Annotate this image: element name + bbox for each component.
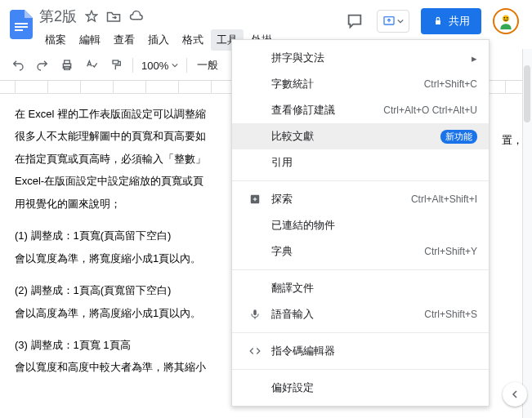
share-button[interactable]: 共用: [421, 8, 481, 34]
menu-item-label: 拼字與文法: [271, 51, 472, 65]
scrollbar[interactable]: [522, 49, 532, 418]
menu-item-比較文獻[interactable]: 比較文獻新功能: [232, 123, 489, 149]
svg-rect-13: [253, 309, 257, 315]
zoom-select[interactable]: 100%: [138, 60, 181, 72]
share-label: 共用: [449, 14, 470, 29]
menu-shortcut: Ctrl+Alt+O Ctrl+Alt+U: [383, 104, 477, 116]
menu-item-字數統計[interactable]: 字數統計Ctrl+Shift+C: [232, 71, 489, 97]
menu-shortcut: Ctrl+Alt+Shift+I: [411, 193, 477, 205]
menu-shortcut: Ctrl+Shift+Y: [424, 246, 477, 257]
menu-item-語音輸入[interactable]: 語音輸入Ctrl+Shift+S: [232, 301, 489, 327]
scrollbar-thumb[interactable]: [524, 65, 530, 122]
svg-rect-9: [65, 60, 70, 64]
spellcheck-button[interactable]: [80, 54, 103, 77]
menu-shortcut: Ctrl+Shift+S: [424, 309, 477, 320]
menu-item-label: 指令碼編輯器: [271, 344, 477, 358]
new-badge: 新功能: [440, 130, 477, 144]
menu-item-label: 翻譯文件: [271, 281, 477, 296]
comments-icon[interactable]: [344, 11, 365, 32]
redo-button[interactable]: [31, 54, 54, 77]
paint-format-button[interactable]: [105, 54, 127, 77]
menu-編輯[interactable]: 編輯: [74, 29, 106, 51]
menu-shortcut: Ctrl+Shift+C: [424, 78, 477, 90]
submenu-arrow-icon: ▸: [472, 52, 477, 64]
present-button[interactable]: [377, 10, 409, 33]
menu-格式[interactable]: 格式: [177, 29, 209, 51]
cloud-icon[interactable]: [129, 10, 144, 23]
star-icon[interactable]: [85, 10, 98, 23]
svg-point-7: [507, 17, 508, 19]
account-avatar[interactable]: [493, 8, 519, 34]
menu-item-偏好設定[interactable]: 偏好設定: [232, 375, 489, 401]
menu-item-指令碼編輯器[interactable]: 指令碼編輯器: [232, 338, 489, 364]
menu-查看[interactable]: 查看: [108, 29, 141, 51]
menu-item-查看修訂建議[interactable]: 查看修訂建議Ctrl+Alt+O Ctrl+Alt+U: [232, 97, 489, 123]
menu-item-引用[interactable]: 引用: [232, 149, 489, 176]
menu-item-label: 語音輸入: [271, 307, 424, 322]
menu-item-label: 探索: [271, 192, 411, 207]
svg-rect-0: [15, 23, 28, 24]
explore-fab[interactable]: [503, 382, 527, 407]
svg-rect-4: [436, 20, 440, 24]
svg-rect-2: [15, 29, 23, 31]
menu-item-label: 字數統計: [271, 77, 424, 91]
menu-item-已連結的物件[interactable]: 已連結的物件: [232, 212, 489, 238]
paragraph-style-select[interactable]: 一般: [192, 58, 223, 73]
move-icon[interactable]: [106, 10, 121, 23]
menu-item-label: 偏好設定: [271, 380, 477, 395]
menu-item-label: 已連結的物件: [271, 218, 477, 233]
plus-icon: [247, 193, 263, 205]
mic-icon: [247, 309, 263, 320]
menu-item-拼字與文法[interactable]: 拼字與文法▸: [232, 45, 489, 71]
svg-rect-1: [15, 26, 28, 28]
tools-menu-dropdown: 拼字與文法▸字數統計Ctrl+Shift+C查看修訂建議Ctrl+Alt+O C…: [231, 39, 490, 407]
svg-point-6: [504, 17, 506, 19]
menu-item-探索[interactable]: 探索Ctrl+Alt+Shift+I: [232, 186, 489, 212]
document-title[interactable]: 第2版: [39, 7, 77, 26]
menu-item-label: 比較文獻: [271, 129, 440, 144]
print-button[interactable]: [56, 54, 78, 77]
svg-rect-11: [113, 60, 118, 64]
body-text-fragment: 置，: [502, 133, 523, 148]
menu-插入[interactable]: 插入: [142, 29, 175, 51]
menu-item-label: 查看修訂建議: [271, 103, 383, 118]
undo-button[interactable]: [7, 54, 29, 77]
code-icon: [247, 345, 263, 357]
menu-item-翻譯文件[interactable]: 翻譯文件: [232, 275, 489, 301]
menu-檔案[interactable]: 檔案: [39, 29, 72, 51]
menu-item-字典[interactable]: 字典Ctrl+Shift+Y: [232, 238, 489, 265]
menu-item-label: 引用: [271, 155, 477, 170]
docs-logo[interactable]: [7, 5, 36, 44]
menu-item-label: 字典: [271, 244, 424, 259]
